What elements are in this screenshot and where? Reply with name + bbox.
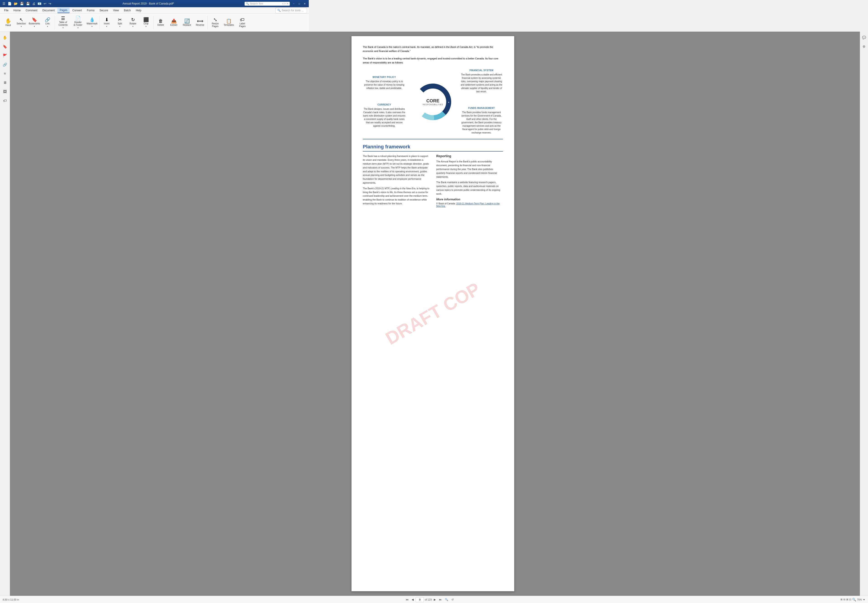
menu-document[interactable]: Document bbox=[40, 8, 57, 13]
rotate-icon: ↻ bbox=[131, 17, 135, 22]
main-content: DRAFT COP The Bank of Canada is the nati… bbox=[10, 32, 309, 173]
search-bar[interactable]: 🔍 Search Text < > ✕ bbox=[245, 2, 290, 6]
tool-hand[interactable]: ✋ Hand bbox=[2, 15, 14, 30]
tool-delete[interactable]: 🗑 Delete bbox=[154, 15, 167, 30]
search-text: < > ✕ bbox=[282, 2, 288, 5]
tool-watermark[interactable]: 💧 Watermark ▼ bbox=[86, 15, 98, 30]
link-icon: 🔗 bbox=[45, 17, 50, 22]
extract-icon: 📤 bbox=[171, 19, 177, 23]
window-controls: − □ ✕ bbox=[291, 2, 307, 6]
rotate-arrow: ▼ bbox=[132, 26, 134, 28]
send-icon[interactable]: 📧 bbox=[37, 2, 42, 6]
menu-comment[interactable]: Comment bbox=[23, 8, 40, 13]
save-icon[interactable]: 💾 bbox=[19, 2, 25, 6]
menu-home[interactable]: Home bbox=[11, 8, 23, 13]
sidebar-bookmark[interactable]: 🔖 bbox=[1, 42, 9, 51]
tool-header-footer-label: Header& Footer bbox=[74, 21, 82, 26]
menu-secure[interactable]: Secure bbox=[97, 8, 110, 13]
save-as-icon[interactable]: 💾 bbox=[25, 2, 31, 6]
window-title: Annual Report 2019 - Bank of Canada.pdf* bbox=[52, 2, 245, 5]
delete-icon: 🗑 bbox=[158, 19, 163, 23]
tool-toc[interactable]: ☰ Table ofContents ▼ bbox=[56, 15, 70, 30]
templates-icon: 📋 bbox=[226, 19, 232, 23]
replace-icon: 🔄 bbox=[184, 19, 190, 23]
sidebar-image[interactable]: 🖼 bbox=[1, 88, 9, 96]
sidebar-link[interactable]: 🔗 bbox=[1, 60, 9, 69]
menu-pages[interactable]: Pages bbox=[57, 8, 70, 13]
menu-view[interactable]: View bbox=[111, 8, 121, 13]
crop-icon: ⬛ bbox=[143, 17, 149, 22]
toolbar: ✋ Hand ↖ Selection ▼ 🔖 Bookmarks ▼ 🔗 Lin… bbox=[0, 14, 309, 32]
tool-insert-label: Insert bbox=[104, 22, 109, 25]
pdf-viewer[interactable]: DRAFT COP The Bank of Canada is the nati… bbox=[10, 32, 309, 173]
tool-extract[interactable]: 📤 Extract bbox=[167, 15, 180, 30]
crop-arrow: ▼ bbox=[145, 26, 147, 28]
minimize-button[interactable]: − bbox=[291, 2, 296, 6]
menu-convert[interactable]: Convert bbox=[70, 8, 84, 13]
sidebar-layers[interactable]: ≡ bbox=[1, 70, 9, 78]
new-icon[interactable]: 📄 bbox=[7, 2, 12, 6]
menu-bar: File Home Comment Document Pages Convert… bbox=[0, 7, 309, 14]
title-bar: ☰ 📄 📂 💾 💾 🖨 📧 ↩ ↪ Annual Report 2019 - B… bbox=[0, 0, 309, 7]
hand-icon: ✋ bbox=[5, 19, 11, 23]
tool-reverse-label: Reverse bbox=[196, 24, 204, 26]
menu-forms[interactable]: Forms bbox=[85, 8, 97, 13]
resize-icon: ⤡ bbox=[213, 17, 217, 22]
tool-insert[interactable]: ⬇ Insert ▼ bbox=[100, 15, 113, 30]
link-arrow: ▼ bbox=[46, 26, 48, 28]
bookmarks-icon: 🔖 bbox=[32, 17, 37, 22]
open-icon[interactable]: 📂 bbox=[13, 2, 18, 6]
tool-templates[interactable]: 📋 Templates bbox=[222, 15, 235, 30]
tool-header-footer[interactable]: 📄 Header& Footer ▼ bbox=[71, 15, 85, 30]
menu-help[interactable]: Help bbox=[133, 8, 144, 13]
print-icon[interactable]: 🖨 bbox=[31, 2, 36, 6]
tool-replace[interactable]: 🔄 Replace bbox=[181, 15, 193, 30]
header-footer-icon: 📄 bbox=[75, 16, 81, 20]
bookmarks-arrow: ▼ bbox=[33, 26, 35, 28]
tool-rotate-label: Rotate bbox=[130, 22, 136, 25]
tool-crop[interactable]: ⬛ Crop ▼ bbox=[140, 15, 152, 30]
tool-label-label: LabelPages bbox=[239, 22, 245, 28]
tool-selection-label: Selection bbox=[17, 22, 26, 25]
insert-arrow: ▼ bbox=[106, 26, 108, 28]
sidebar-flag[interactable]: 🚩 bbox=[1, 51, 9, 60]
toc-icon: ☰ bbox=[61, 16, 65, 20]
search-tools-input[interactable]: 🔍 Search for tools ... bbox=[275, 8, 307, 13]
reverse-icon: ⟺ bbox=[197, 19, 203, 23]
tool-split[interactable]: ✂ Split ▼ bbox=[113, 15, 126, 30]
sidebar-hand[interactable]: ✋ bbox=[1, 33, 9, 42]
tool-label[interactable]: 🏷 LabelPages bbox=[236, 15, 249, 30]
close-button[interactable]: ✕ bbox=[302, 2, 307, 6]
tool-bookmarks[interactable]: 🔖 Bookmarks ▼ bbox=[28, 15, 41, 30]
maximize-button[interactable]: □ bbox=[297, 2, 302, 6]
tool-reverse[interactable]: ⟺ Reverse bbox=[194, 15, 206, 30]
tool-link-label: Link bbox=[45, 22, 50, 25]
app-menu-icon[interactable]: ☰ bbox=[2, 2, 6, 6]
tool-selection[interactable]: ↖ Selection ▼ bbox=[15, 15, 28, 30]
search-tools-placeholder: Search for tools ... bbox=[282, 9, 304, 12]
tool-watermark-label: Watermark bbox=[87, 22, 98, 25]
split-arrow: ▼ bbox=[119, 26, 121, 28]
sidebar-monitor[interactable]: 🖥 bbox=[1, 79, 9, 87]
tool-bookmarks-label: Bookmarks bbox=[29, 22, 40, 25]
tool-hand-label: Hand bbox=[5, 24, 11, 27]
left-sidebar: ✋ 🔖 🚩 🔗 ≡ 🖥 🖼 🏷 bbox=[0, 32, 10, 173]
separator-2 bbox=[99, 16, 99, 29]
title-bar-left: ☰ 📄 📂 💾 💾 🖨 📧 ↩ ↪ bbox=[2, 2, 52, 6]
insert-icon: ⬇ bbox=[105, 17, 109, 22]
undo-icon[interactable]: ↩ bbox=[43, 2, 47, 6]
split-icon: ✂ bbox=[118, 17, 122, 22]
tool-rotate[interactable]: ↻ Rotate ▼ bbox=[127, 15, 139, 30]
sidebar-tag[interactable]: 🏷 bbox=[1, 97, 9, 105]
tool-resize[interactable]: ⤡ ResizePages bbox=[208, 15, 222, 30]
redo-icon[interactable]: ↪ bbox=[48, 2, 52, 6]
tool-extract-label: Extract bbox=[170, 24, 177, 26]
separator-3 bbox=[153, 16, 153, 29]
menu-batch[interactable]: Batch bbox=[122, 8, 133, 13]
tool-link[interactable]: 🔗 Link ▼ bbox=[41, 15, 54, 30]
selection-arrow: ▼ bbox=[20, 26, 22, 28]
menu-file[interactable]: File bbox=[2, 8, 11, 13]
tool-crop-label: Crop bbox=[144, 22, 149, 25]
label-icon: 🏷 bbox=[240, 17, 245, 22]
tool-resize-label: ResizePages bbox=[212, 22, 219, 28]
